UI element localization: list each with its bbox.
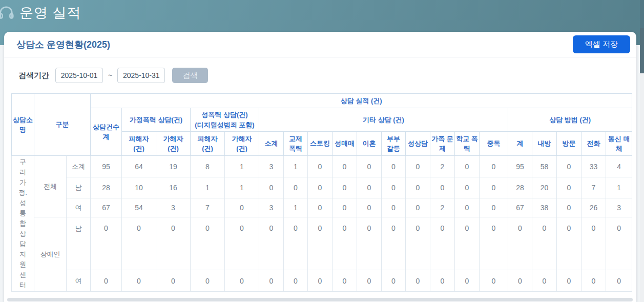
value-cell: 0 [406,198,430,217]
value-cell: 0 [156,217,191,270]
value-cell: 54 [122,198,156,217]
value-cell: 0 [382,217,406,270]
col-header-prostitution: 성매매 [333,132,357,156]
value-cell: 10 [122,177,156,198]
value-cell: 95 [91,156,122,177]
value-cell: 28 [91,177,122,198]
value-cell: 64 [122,156,156,177]
excel-save-button[interactable]: 엑셀 저장 [573,35,630,53]
horizontal-scrollbar-thumb[interactable] [7,298,633,301]
value-cell: 0 [430,270,455,292]
value-cell: 0 [308,156,333,177]
operations-table: 상담소 명 구분 상담 실적 (건) 상담건수 계 가정폭력 상담(건) 성폭력… [11,93,632,292]
value-cell: 0 [480,177,508,198]
value-cell: 19 [156,156,191,177]
value-cell: 0 [259,270,284,292]
value-cell: 0 [508,270,532,292]
table-row: 장애인 남 0 0 0 0 0 0 0 0 0 0 0 0 0 0 0 [12,217,632,270]
col-header-comm-media: 통신 매체 [606,132,632,156]
value-cell: 0 [284,177,308,198]
table-row: 남 28 10 16 1 1 0 0 0 0 0 0 0 0 0 0 28 [12,177,632,198]
value-cell: 2 [430,156,455,177]
col-header-center-name: 상담소 명 [12,94,34,156]
date-to-input[interactable] [117,68,165,83]
search-bar: 검색기간 ~ 검색 [4,57,636,83]
value-cell: 67 [508,198,532,217]
vertical-scrollbar[interactable] [640,0,644,302]
value-cell: 0 [382,156,406,177]
value-cell: 0 [357,156,382,177]
col-header-office-visit: 내방 [532,132,557,156]
value-cell: 0 [308,217,333,270]
value-cell: 0 [122,270,156,292]
value-cell: 0 [606,270,632,292]
value-cell: 0 [532,270,557,292]
value-cell: 0 [406,156,430,177]
search-button[interactable]: 검색 [172,68,208,83]
value-cell: 3 [606,198,632,217]
value-cell: 0 [557,177,581,198]
value-cell: 4 [606,156,632,177]
value-cell: 0 [225,217,259,270]
row-label: 여 [67,270,91,292]
value-cell: 8 [191,156,225,177]
value-cell: 95 [508,156,532,177]
value-cell: 0 [480,270,508,292]
value-cell: 0 [259,177,284,198]
table-row: 구 리 가 정. 성 통 합 상 담 지 원 센 터 전체 소계 95 64 1… [12,156,632,177]
search-period-label: 검색기간 [18,71,49,80]
value-cell: 0 [455,217,480,270]
value-cell: 0 [333,217,357,270]
col-header-victim: 피해자 (건) [191,132,225,156]
value-cell: 0 [382,177,406,198]
value-cell: 0 [308,198,333,217]
col-header-category: 구분 [34,94,91,156]
value-cell: 7 [191,198,225,217]
value-cell: 0 [357,217,382,270]
col-header-total-count: 상담건수 계 [91,108,122,156]
value-cell: 0 [333,198,357,217]
col-header-offender: 가해자 (건) [156,132,191,156]
value-cell: 16 [156,177,191,198]
date-from-input[interactable] [55,68,103,83]
col-header-outreach-visit: 방문 [557,132,581,156]
value-cell: 0 [191,217,225,270]
col-header-sex-counseling: 성상담 [406,132,430,156]
col-header-marital-conflict: 부부 갈등 [382,132,406,156]
value-cell: 0 [557,156,581,177]
row-label: 소계 [67,156,91,177]
value-cell: 0 [225,270,259,292]
value-cell: 1 [225,177,259,198]
value-cell: 0 [557,217,581,270]
value-cell: 1 [191,177,225,198]
value-cell: 0 [357,177,382,198]
center-name-cell: 구 리 가 정. 성 통 합 상 담 지 원 센 터 [12,156,34,292]
value-cell: 0 [357,198,382,217]
group-label-disabled: 장애인 [34,217,67,292]
value-cell: 0 [284,217,308,270]
date-range-separator: ~ [108,71,112,79]
table-row: 여 67 54 3 7 0 3 1 0 0 0 0 0 2 0 0 67 [12,198,632,217]
row-label: 남 [67,177,91,198]
value-cell: 0 [480,156,508,177]
value-cell: 0 [581,270,606,292]
value-cell: 1 [606,177,632,198]
col-header-stalking: 스토킹 [308,132,333,156]
row-label: 여 [67,198,91,217]
value-cell: 0 [455,198,480,217]
col-header-other-counseling: 기타 상담 (건) [259,108,508,132]
main-panel: 상담소 운영현황(2025) 엑셀 저장 검색기간 ~ 검색 상담소 명 구분 … [4,32,636,302]
value-cell: 26 [581,198,606,217]
value-cell: 0 [606,217,632,270]
col-header-divorce: 이혼 [357,132,382,156]
value-cell: 0 [406,217,430,270]
value-cell: 0 [156,270,191,292]
vertical-scrollbar-thumb[interactable] [640,28,644,73]
value-cell: 38 [532,198,557,217]
vertical-scrollbar-cap [640,0,644,28]
col-header-victim: 피해자 (건) [122,132,156,156]
value-cell: 58 [532,156,557,177]
col-header-sexual-violence: 성폭력 상담(건) (디지털성범죄 포함) [191,108,259,132]
app-header: 운영 실적 [1,4,81,22]
value-cell: 3 [259,198,284,217]
